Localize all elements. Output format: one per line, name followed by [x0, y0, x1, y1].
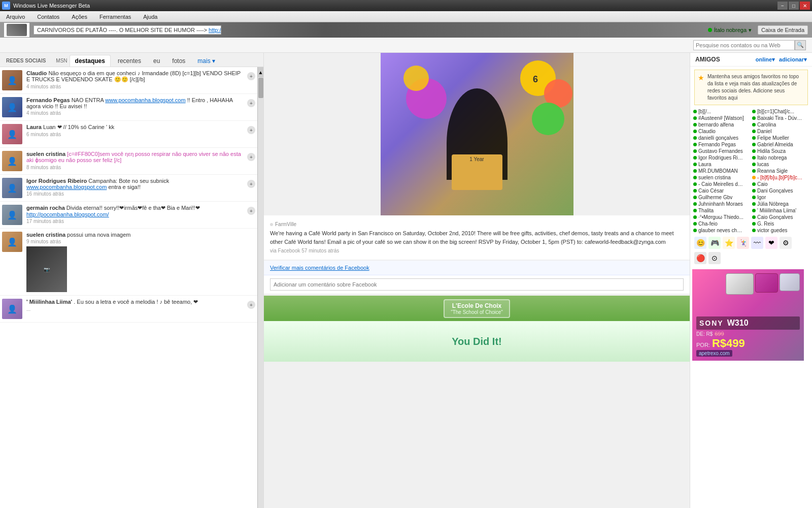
- list-item[interactable]: Laura: [693, 161, 750, 168]
- friend-name: Thalita: [698, 208, 714, 213]
- feed-content: suelen cristina possui uma nova imagem 9…: [26, 232, 255, 292]
- menu-arquivo[interactable]: Arquivo: [4, 13, 27, 21]
- scroll-thumb[interactable]: [258, 78, 263, 98]
- list-item[interactable]: G. Reis: [752, 220, 809, 227]
- tab-eu[interactable]: eu: [148, 55, 165, 67]
- list-item[interactable]: ·°•Mσrguω Thiedo...: [693, 214, 750, 220]
- feed-link[interactable]: www.pocombanha.blogspot.com: [26, 184, 107, 190]
- add-btn[interactable]: +: [247, 99, 255, 107]
- list-item[interactable]: Igor Rodrigues Ribeiro: [693, 154, 750, 161]
- feed-link[interactable]: http://pocombanha.blogspot.com/: [26, 211, 109, 217]
- search-button[interactable]: 🔍: [795, 40, 806, 50]
- feed-scrollbar[interactable]: ▲ ▼: [257, 67, 263, 508]
- icon-btn-3[interactable]: ⭐: [723, 237, 735, 249]
- list-item[interactable]: Juhninhanh Moraes: [693, 201, 750, 207]
- list-item[interactable]: - Caio Meirelles de Car...: [693, 181, 750, 187]
- tab-destaques[interactable]: destaques: [70, 55, 111, 67]
- icon-btn-6[interactable]: ❤: [765, 237, 777, 249]
- list-item[interactable]: Thalita: [693, 207, 750, 214]
- tab-mais[interactable]: mais ▾: [192, 55, 220, 67]
- ad-brand: SONY: [699, 319, 724, 327]
- list-item[interactable]: Caio Gonçalves: [752, 214, 809, 220]
- list-item[interactable]: Caio: [752, 181, 809, 187]
- tab-fotos[interactable]: fotos: [167, 55, 190, 67]
- list-item[interactable]: Claudio: [693, 128, 750, 135]
- list-item[interactable]: Júlia Nóbrega: [752, 201, 809, 207]
- icon-btn-1[interactable]: 😊: [694, 237, 706, 249]
- scroll-up[interactable]: ▲: [258, 67, 263, 77]
- menu-ferramentas[interactable]: Ferramentas: [97, 13, 133, 21]
- cake: 1 Year: [452, 154, 502, 190]
- friend-name: glauber neves chaves ...: [698, 228, 744, 233]
- menu-contatos[interactable]: Contatos: [35, 13, 61, 21]
- list-item[interactable]: Guilherme Gbv: [693, 194, 750, 201]
- status-dot: [693, 123, 697, 126]
- list-item[interactable]: ' Miiiilinhaa Liima': [752, 207, 809, 214]
- list-item[interactable]: Hidila Souza: [752, 148, 809, 154]
- minimize-button[interactable]: −: [777, 2, 788, 10]
- status-dot: [693, 189, 697, 193]
- icon-btn-9[interactable]: ⊙: [708, 252, 721, 264]
- list-item[interactable]: danielli gonçalves: [693, 135, 750, 141]
- marquee-link[interactable]: http://www.pocombanha.blogspot.com/: [209, 27, 221, 33]
- list-item[interactable]: Caio César: [693, 187, 750, 194]
- friend-name: Igor: [757, 195, 766, 200]
- add-dropdown[interactable]: adicionar▾: [779, 56, 807, 63]
- add-btn[interactable]: +: [247, 153, 255, 161]
- add-btn[interactable]: +: [247, 180, 255, 188]
- list-item[interactable]: Daniel: [752, 128, 809, 135]
- add-btn[interactable]: +: [247, 126, 255, 134]
- feed-text: Campanha: Bote no seu subnick: [88, 178, 169, 184]
- add-btn[interactable]: +: [247, 72, 255, 80]
- list-item[interactable]: [b][/...: [693, 108, 750, 115]
- list-item[interactable]: MR.DUMBOMAN: [693, 168, 750, 174]
- list-item[interactable]: victor guedes: [752, 227, 809, 234]
- list-item[interactable]: - [b]f[/b]u.[b]P[/b]ca...: [752, 174, 809, 181]
- icon-btn-4[interactable]: 🃏: [737, 237, 749, 249]
- list-item[interactable]: Carolina: [752, 121, 809, 128]
- school-post-title: You Did It!: [452, 336, 502, 347]
- close-button[interactable]: ✕: [800, 2, 810, 10]
- menu-acoes[interactable]: Ações: [70, 13, 89, 21]
- list-item[interactable]: Felipe Mueller: [752, 135, 809, 141]
- online-dropdown[interactable]: online▾: [756, 56, 775, 63]
- menu-ajuda[interactable]: Ajuda: [141, 13, 159, 21]
- feed-link[interactable]: www.pocombanha.blogspot.com: [105, 97, 185, 103]
- list-item[interactable]: bernardo alfena: [693, 121, 750, 128]
- icon-btn-8[interactable]: 🔴: [694, 252, 706, 264]
- list-item[interactable]: Baixaki Tira - Dúvidas ...: [752, 115, 809, 121]
- list-item[interactable]: Ítalo nobrega: [752, 154, 809, 161]
- list-item[interactable]: glauber neves chaves ...: [693, 227, 750, 234]
- list-item[interactable]: suelen cristina: [693, 174, 750, 181]
- icon-btn-7[interactable]: ⚙: [780, 237, 792, 249]
- avatar: 👤: [2, 151, 22, 171]
- icon-btn-5[interactable]: 〰: [751, 237, 763, 249]
- list-item[interactable]: Gustavo Fernandes: [693, 148, 750, 154]
- menu-bar: Arquivo Contatos Ações Ferramentas Ajuda: [0, 11, 812, 22]
- list-item[interactable]: Fernando Pegas: [693, 141, 750, 148]
- icon-btn-2[interactable]: 🎮: [708, 237, 721, 249]
- tab-recentes[interactable]: recentes: [113, 55, 146, 67]
- verify-comments-link[interactable]: Verificar mais comentários de Facebook: [264, 261, 690, 275]
- list-item[interactable]: Reanna Sigle: [752, 168, 809, 174]
- list-item[interactable]: Igor: [752, 194, 809, 201]
- status-dot: [693, 169, 697, 173]
- search-input[interactable]: [693, 40, 795, 50]
- ad-box[interactable]: SONY W310 DE: R$ 699 POR: R$499 apetrexo…: [692, 269, 804, 361]
- add-btn[interactable]: +: [247, 301, 255, 309]
- list-item[interactable]: Gabriel Almeida: [752, 141, 809, 148]
- list-item[interactable]: lucas: [752, 161, 809, 168]
- maximize-button[interactable]: □: [789, 2, 799, 10]
- inbox-button[interactable]: Caixa de Entrada: [758, 25, 808, 35]
- comment-input[interactable]: [270, 278, 684, 291]
- status-dot: [693, 156, 697, 160]
- list-item[interactable]: #Austeen# [Watson]: [693, 115, 750, 121]
- list-item[interactable]: Cha-feio: [693, 220, 750, 227]
- ad-new-price: R$499: [712, 337, 745, 350]
- add-btn[interactable]: +: [247, 207, 255, 215]
- feed-text: . Eu sou a letra e você a melodia ! ♪ bê…: [74, 299, 198, 305]
- friend-name: G. Reis: [757, 221, 774, 227]
- feed-content: Laura Luan ❤ // 10% só Carine ' kk 6 min…: [26, 124, 243, 144]
- list-item[interactable]: Dani Gonçalves: [752, 187, 809, 194]
- list-item[interactable]: [b][c=1]Chat[/c...: [752, 108, 809, 115]
